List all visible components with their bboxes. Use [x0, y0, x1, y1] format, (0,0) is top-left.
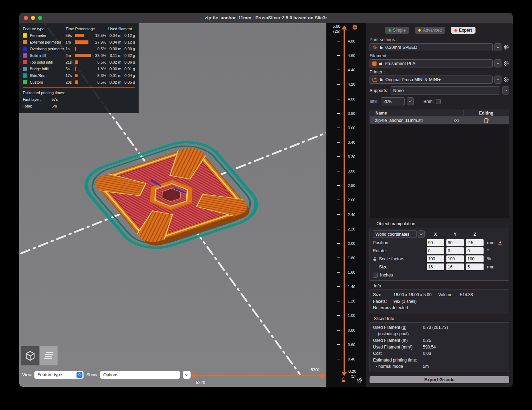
sliced-info-row: Cost 0.03 [373, 350, 506, 357]
volume-value: 514.38 [460, 292, 473, 298]
legend-panel: Feature type Time Percentage Used filame… [19, 23, 139, 113]
percentage-bar [75, 54, 91, 57]
size-info-value: 16.00 x 16.00 x 5.00 [393, 292, 438, 298]
add-color-change-icon[interactable] [352, 25, 358, 30]
legend-row[interactable]: Perimeter 59s 18.5% 0.04 m 0.12 g [23, 32, 135, 39]
rotate-y-input[interactable] [446, 247, 464, 254]
rotate-x-input[interactable] [427, 247, 444, 254]
layer-slider-bottom-handle[interactable] [341, 372, 347, 376]
print-settings-combo[interactable]: 0.20mm SPEED [370, 43, 493, 51]
expert-mode-dot [454, 29, 457, 32]
mode-advanced-button[interactable]: Advanced [415, 27, 445, 34]
percentage-bar [75, 80, 78, 84]
legend-row[interactable]: External perimeter 1m 27.9% 0.04 m 0.12 … [23, 39, 135, 45]
slider-settings-gear-icon[interactable] [357, 377, 363, 383]
cube-icon [24, 350, 36, 362]
coordinates-combo[interactable]: World coordinates [373, 230, 417, 238]
printer-dropdown-button[interactable] [494, 76, 501, 84]
layer-tick: 1.80 [326, 256, 366, 260]
printer-icon [372, 78, 377, 82]
chevron-down-icon [185, 373, 188, 376]
percentage-bar [75, 67, 76, 71]
infill-combo[interactable]: 20% [381, 97, 405, 105]
supports-dropdown-button[interactable] [502, 86, 509, 95]
filament-combo[interactable]: Prusament PLA [370, 59, 493, 67]
sliced-info-panel: Used Filament (g) 0.73 (201.73) (includi… [370, 322, 509, 372]
feature-color-swatch [23, 47, 27, 51]
size-x-input[interactable] [427, 263, 444, 270]
legend-row[interactable]: Skirt/Brim 17s 5.3% 0.01 m 0.04 g [23, 72, 135, 79]
gcode-preview-viewport[interactable]: Feature type Time Percentage Used filame… [19, 23, 326, 387]
show-options-dropdown-button[interactable] [183, 371, 191, 379]
printer-combo[interactable]: Original Prusa MINI & MINI+ [370, 76, 493, 84]
chevron-down-icon [497, 61, 499, 64]
hslider-left-handle[interactable] [191, 373, 195, 378]
print-settings-dropdown-button[interactable] [494, 43, 501, 51]
position-z-input[interactable] [466, 239, 484, 246]
legend-row[interactable]: Bridge infill 5s 1.8% 0.00 m 0.01 g [23, 65, 135, 72]
infill-dropdown-button[interactable] [407, 97, 414, 105]
fullscreen-window-button[interactable] [38, 16, 42, 20]
coordinates-dropdown-button[interactable] [418, 230, 425, 238]
legend-row[interactable]: Custom 20s 6.5% 0.02 m 0.05 g [23, 79, 135, 85]
sliced-model[interactable] [73, 134, 270, 256]
position-x-input[interactable] [427, 239, 444, 246]
filament-color-swatch [372, 61, 377, 66]
window-controls [24, 16, 42, 20]
legend-row[interactable]: Top solid infill 21s 6.5% 0.02 m 0.06 g [23, 59, 135, 65]
editor-view-button[interactable] [21, 346, 39, 365]
feature-color-swatch [23, 33, 27, 38]
view-type-select[interactable]: Feature type [34, 371, 84, 379]
scale-x-input[interactable] [427, 255, 444, 262]
mode-expert-button[interactable]: Expert [451, 27, 476, 34]
name-column-header: Name [370, 111, 463, 116]
close-window-button[interactable] [24, 16, 28, 20]
hslider-right-handle[interactable] [321, 373, 326, 378]
scale-y-input[interactable] [446, 255, 464, 262]
slider-lock-icon[interactable] [341, 377, 346, 383]
place-on-bed-icon[interactable] [498, 240, 503, 245]
inches-checkbox[interactable] [373, 273, 378, 278]
print-settings-gear-icon [372, 45, 377, 50]
supports-combo[interactable]: None [391, 86, 500, 95]
rotate-z-input[interactable] [466, 247, 484, 254]
layer-tick: 4.40 [326, 68, 366, 72]
size-z-input[interactable] [466, 263, 484, 270]
axis-z-header: Z [466, 232, 484, 237]
axis-x-header: X [427, 232, 444, 237]
legend-row[interactable]: Solid infill 2m 33.0% 0.11 m 0.32 g [23, 52, 135, 59]
brim-checkbox[interactable] [436, 99, 441, 104]
sliced-info-title: Sliced Info [374, 316, 509, 321]
hslider-track[interactable] [194, 375, 322, 376]
first-layer-time: 57s [52, 96, 58, 103]
filament-dropdown-button[interactable] [494, 59, 501, 67]
view-mode-toggle [21, 346, 58, 365]
lock-icon [379, 78, 383, 82]
mode-simple-button[interactable]: Simple [385, 27, 410, 34]
legend-header: Feature type Time Percentage Used filame… [23, 25, 135, 32]
object-list-row[interactable]: zip-tie_anchor_11mm.stl [370, 117, 509, 124]
print-settings-edit-gear-icon[interactable] [503, 44, 509, 50]
visibility-eye-icon[interactable] [454, 119, 459, 122]
layer-tick: 4.20 [326, 83, 366, 86]
layer-slider-area: 5.00 (25) 4.804.604.404.204.003.803.603.… [326, 23, 366, 387]
filament-edit-gear-icon[interactable] [503, 60, 509, 66]
titlebar[interactable]: zip-tie_anchor_11mm - PrusaSlicer-2.5.0 … [19, 13, 513, 23]
show-options-select[interactable]: Options [100, 371, 180, 379]
layer-tick: 3.60 [326, 126, 366, 130]
uniform-scale-lock-icon[interactable] [373, 257, 377, 261]
export-gcode-button[interactable]: Export G-code [370, 376, 509, 383]
horizontal-move-slider[interactable]: 5301 5220 [192, 367, 326, 386]
info-panel: Size: 16.00 x 16.00 x 5.00 Volume: 514.3… [370, 289, 509, 313]
rotate-unit: ° [487, 248, 489, 253]
object-manipulation-title: Object manipulation [377, 221, 509, 226]
layer-slider-top-handle[interactable] [341, 25, 347, 30]
object-settings-icon[interactable] [484, 118, 489, 123]
preview-view-button[interactable] [40, 346, 58, 365]
scale-z-input[interactable] [466, 255, 484, 262]
minimize-window-button[interactable] [31, 16, 35, 20]
size-y-input[interactable] [446, 263, 464, 270]
legend-row[interactable]: Overhang perimeter 1s 0.5% 0.00 m 0.00 g [23, 45, 135, 52]
printer-edit-gear-icon[interactable] [503, 77, 509, 83]
position-y-input[interactable] [446, 239, 464, 246]
